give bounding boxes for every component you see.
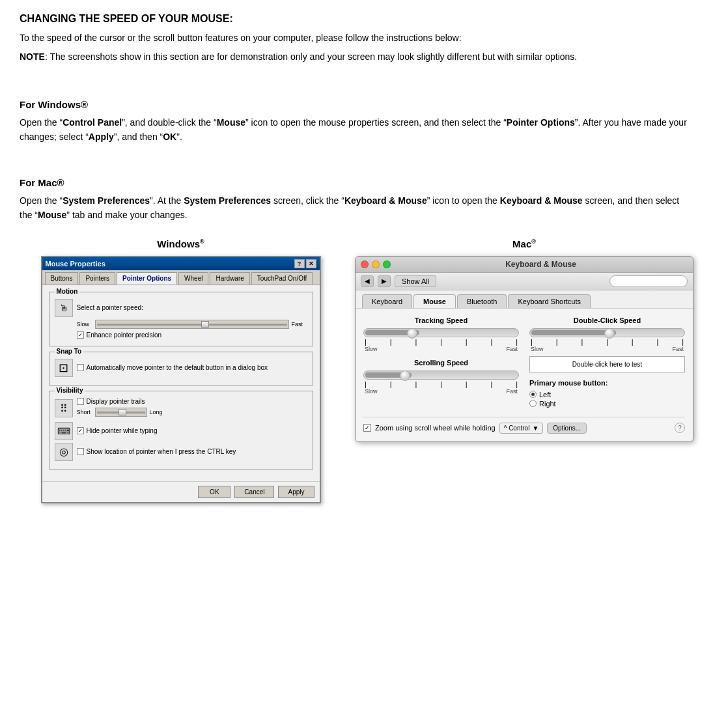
win-buttons-row: OK Cancel Apply — [42, 481, 320, 502]
win-slider-track — [97, 324, 287, 326]
mac-tick: | — [531, 338, 533, 346]
mac-left-radio[interactable] — [529, 391, 537, 398]
win-close-btn[interactable]: ✕ — [306, 259, 316, 268]
win-snapto-checkbox[interactable] — [77, 364, 84, 371]
win-trails-label: Display pointer trails — [87, 398, 145, 405]
mac-tracking-section: Tracking Speed | | | | — [363, 316, 519, 352]
mac-right-col: Double-Click Speed | | | — [529, 316, 685, 414]
mac-tab-bluetooth[interactable]: Bluetooth — [457, 294, 507, 308]
mac-back-btn[interactable]: ◀ — [361, 275, 374, 287]
mac-tab-keyboard-shortcuts[interactable]: Keyboard Shortcuts — [508, 294, 591, 308]
win-speed-slider[interactable] — [95, 320, 289, 329]
win-trails-slider[interactable] — [95, 408, 147, 417]
mac-right-radio-row: Right — [529, 400, 685, 408]
windows-dialog: Mouse Properties ? ✕ Buttons Pointers Po… — [41, 256, 321, 503]
win-enhance-checkbox[interactable]: ✓ — [77, 331, 84, 339]
mac-primary-label: Primary mouse button: — [529, 379, 685, 387]
win-tab-hardware[interactable]: Hardware — [210, 272, 249, 285]
win-fast-label: Fast — [292, 321, 307, 328]
mac-help-btn[interactable]: ? — [675, 423, 685, 433]
windows-section-body: Open the “Control Panel”, and double-cli… — [20, 115, 693, 145]
mac-control-text: ^ Control — [504, 425, 530, 432]
mac-tick: | — [415, 338, 417, 346]
mac-dblclick-thumb — [604, 328, 615, 339]
mac-scrolling-speed-labels: Slow Fast — [363, 388, 519, 395]
mac-dblclick-fast: Fast — [672, 346, 684, 352]
mac-section-body: Open the “System Preferences”. At the Sy… — [20, 193, 693, 223]
win-snapto-title: Snap To — [55, 348, 84, 355]
mac-dblclick-slider[interactable] — [529, 328, 685, 337]
mac-section-title: For Mac® — [20, 177, 693, 188]
mac-tick: | — [390, 338, 392, 346]
mac-right-label: Right — [539, 400, 556, 408]
mac-zoom-label: Zoom using scroll wheel while holding — [375, 424, 496, 432]
win-tab-pointers[interactable]: Pointers — [79, 272, 115, 285]
mac-tick: | — [365, 380, 367, 388]
mac-toolbar: ◀ ▶ Show All — [356, 273, 693, 290]
mac-show-all-btn[interactable]: Show All — [395, 275, 436, 287]
mac-left-label: Left — [539, 391, 551, 399]
win-trails-checkbox[interactable] — [77, 398, 84, 405]
mac-fast-label: Fast — [506, 346, 518, 352]
mac-dblclick-slider-container: | | | | | | | Slow Fas — [529, 328, 685, 352]
win-hide-checkbox[interactable]: ✓ — [77, 427, 84, 434]
mac-tab-mouse[interactable]: Mouse — [413, 294, 456, 308]
mac-maximize-btn[interactable] — [383, 260, 391, 268]
win-location-icon: ◎ — [55, 443, 73, 461]
apply-text: Apply — [89, 132, 114, 142]
note-paragraph: NOTE: The screenshots show in this secti… — [20, 50, 693, 64]
mac-tick: | — [632, 338, 634, 346]
mac-tick: | — [656, 338, 658, 346]
mac-zoom-checkbox[interactable]: ✓ — [363, 424, 371, 432]
mac-scrolling-ticks: | | | | | | | — [363, 380, 519, 388]
mac-tick: | — [490, 380, 492, 388]
mac-tick: | — [556, 338, 558, 346]
mac-forward-btn[interactable]: ▶ — [378, 275, 391, 287]
mac-dblclick-test-area[interactable]: Double-click here to test — [529, 356, 685, 372]
win-location-checkbox[interactable] — [77, 448, 84, 455]
mac-close-btn[interactable] — [361, 260, 369, 268]
win-ok-button[interactable]: OK — [198, 486, 231, 498]
mac-scrolling-slider[interactable] — [363, 371, 519, 380]
mac-control-dropdown[interactable]: ^ Control ▼ — [499, 423, 544, 434]
win-help-btn[interactable]: ? — [294, 259, 305, 268]
mac-slow-label: Slow — [365, 346, 378, 352]
control-panel-text: Control Panel — [63, 117, 122, 128]
mac-options-btn[interactable]: Options... — [547, 423, 587, 434]
win-titlebar: Mouse Properties ? ✕ — [42, 257, 320, 270]
mac-tab-keyboard[interactable]: Keyboard — [362, 294, 412, 308]
mac-tick: | — [581, 338, 583, 346]
ok-text: OK — [163, 132, 176, 142]
win-motion-label: Select a pointer speed: — [77, 304, 143, 311]
mac-dblclick-section: Double-Click Speed | | | — [529, 316, 685, 372]
mac-right-radio[interactable] — [529, 400, 537, 407]
win-tab-pointer-options[interactable]: Pointer Options — [117, 272, 177, 285]
mac-tracking-thumb — [407, 328, 417, 339]
mac-screenshot-label: Mac® — [512, 238, 536, 249]
win-hide-icon: ⌨ — [55, 422, 73, 440]
win-title-text: Mouse Properties — [46, 260, 105, 268]
win-apply-button[interactable]: Apply — [278, 486, 314, 498]
mac-tracking-label: Tracking Speed — [363, 316, 519, 324]
win-tab-wheel[interactable]: Wheel — [178, 272, 208, 285]
mac-tracking-slider[interactable] — [363, 328, 519, 337]
mouse-tab-text: Mouse — [38, 210, 66, 220]
mac-title-text: Keyboard & Mouse — [394, 260, 688, 269]
win-pointer-icon: 🖱 — [55, 299, 73, 317]
system-prefs-text: System Preferences — [63, 195, 150, 206]
win-long-label: Long — [150, 409, 165, 415]
win-tab-touchpad[interactable]: TouchPad On/Off — [251, 272, 313, 285]
mac-dblclick-speed-labels: Slow Fast — [529, 346, 685, 352]
mac-tracking-speed-labels: Slow Fast — [363, 346, 519, 352]
win-visibility-title: Visibility — [55, 387, 85, 394]
mac-tick: | — [365, 338, 367, 346]
win-tabs: Buttons Pointers Pointer Options Wheel H… — [42, 270, 320, 285]
mac-tick: | — [682, 338, 684, 346]
mac-minimize-btn[interactable] — [372, 260, 380, 268]
mac-fast-label2: Fast — [506, 388, 518, 395]
win-tab-buttons[interactable]: Buttons — [45, 272, 79, 285]
mac-search-input[interactable] — [609, 275, 688, 287]
win-trails-row: ⠿ Display pointer trails Short — [55, 398, 307, 419]
mac-dblclick-slow: Slow — [531, 346, 544, 352]
win-cancel-button[interactable]: Cancel — [234, 486, 274, 498]
